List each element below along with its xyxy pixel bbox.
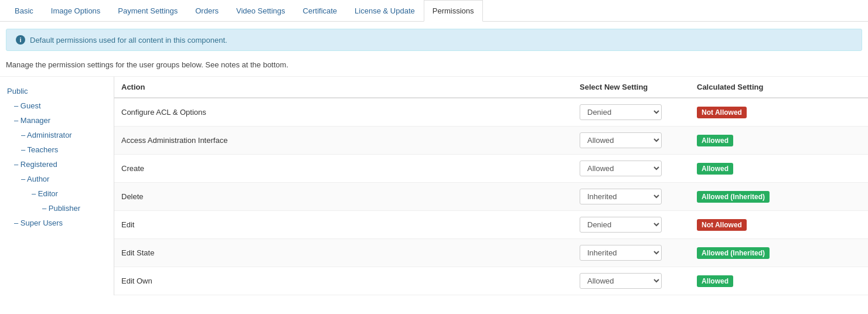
table-row: DeleteInheritedAllowedDeniedAllowed (Inh… (114, 183, 868, 211)
select-access-admin[interactable]: InheritedAllowedDenied (580, 132, 662, 148)
calculated-access-admin: Allowed (697, 135, 861, 146)
sidebar-item-editor[interactable]: – Editor (0, 186, 114, 201)
calculated-delete: Allowed (Inherited) (697, 191, 861, 203)
calculated-configure-acl: Not Allowed (697, 107, 861, 118)
table-row: Edit OwnInheritedAllowedDeniedAllowed (114, 267, 868, 295)
select-wrapper-edit-own: InheritedAllowedDenied (580, 273, 697, 289)
action-label-edit-state: Edit State (121, 248, 580, 257)
tab-image-options[interactable]: Image Options (42, 0, 110, 22)
sidebar: Public– Guest– Manager– Administrator– T… (0, 77, 114, 295)
info-icon: i (16, 35, 25, 45)
table-header: Action Select New Setting Calculated Set… (114, 77, 868, 98)
tab-orders[interactable]: Orders (186, 0, 227, 22)
header-select: Select New Setting (580, 83, 697, 91)
tab-permissions[interactable]: Permissions (424, 0, 483, 22)
tab-license-update[interactable]: License & Update (346, 0, 424, 22)
select-wrapper-configure-acl: InheritedAllowedDenied (580, 104, 697, 120)
select-edit-state[interactable]: InheritedAllowedDenied (580, 245, 662, 261)
calculated-edit-own: Allowed (697, 275, 861, 287)
tab-basic[interactable]: Basic (6, 0, 42, 22)
action-label-configure-acl: Configure ACL & Options (121, 108, 580, 117)
select-create[interactable]: InheritedAllowedDenied (580, 161, 662, 176)
content-area: Public– Guest– Manager– Administrator– T… (0, 76, 868, 295)
sidebar-item-guest[interactable]: – Guest (0, 98, 114, 113)
action-label-delete: Delete (121, 192, 580, 201)
table-row: EditInheritedAllowedDeniedNot Allowed (114, 211, 868, 239)
select-wrapper-create: InheritedAllowedDenied (580, 161, 697, 176)
badge-edit-state: Allowed (Inherited) (697, 247, 770, 259)
table-row: Configure ACL & OptionsInheritedAllowedD… (114, 98, 868, 127)
badge-access-admin: Allowed (697, 135, 733, 146)
calculated-create: Allowed (697, 163, 861, 175)
sidebar-item-public[interactable]: Public (0, 84, 114, 98)
select-wrapper-delete: InheritedAllowedDenied (580, 189, 697, 204)
badge-edit-own: Allowed (697, 275, 733, 287)
select-wrapper-access-admin: InheritedAllowedDenied (580, 132, 697, 148)
sidebar-item-teachers[interactable]: – Teachers (0, 142, 114, 157)
select-configure-acl[interactable]: InheritedAllowedDenied (580, 104, 662, 120)
tab-video-settings[interactable]: Video Settings (227, 0, 294, 22)
badge-configure-acl: Not Allowed (697, 107, 747, 118)
sidebar-item-registered[interactable]: – Registered (0, 157, 114, 172)
select-wrapper-edit: InheritedAllowedDenied (580, 217, 697, 233)
sidebar-item-author[interactable]: – Author (0, 172, 114, 186)
sidebar-item-manager[interactable]: – Manager (0, 113, 114, 128)
permissions-table: Action Select New Setting Calculated Set… (114, 77, 868, 295)
sidebar-item-publisher[interactable]: – Publisher (0, 201, 114, 216)
banner-text: Default permissions used for all content… (30, 36, 227, 45)
action-label-create: Create (121, 164, 580, 173)
action-label-edit-own: Edit Own (121, 277, 580, 285)
select-edit-own[interactable]: InheritedAllowedDenied (580, 273, 662, 289)
tab-certificate[interactable]: Certificate (294, 0, 346, 22)
action-label-edit: Edit (121, 220, 580, 229)
select-edit[interactable]: InheritedAllowedDenied (580, 217, 662, 233)
table-row: CreateInheritedAllowedDeniedAllowed (114, 155, 868, 183)
tabs-bar: BasicImage OptionsPayment SettingsOrders… (0, 0, 868, 22)
calculated-edit: Not Allowed (697, 219, 861, 231)
badge-edit: Not Allowed (697, 219, 747, 231)
calculated-edit-state: Allowed (Inherited) (697, 247, 861, 259)
select-delete[interactable]: InheritedAllowedDenied (580, 189, 662, 204)
tab-payment-settings[interactable]: Payment Settings (109, 0, 186, 22)
badge-delete: Allowed (Inherited) (697, 191, 770, 203)
select-wrapper-edit-state: InheritedAllowedDenied (580, 245, 697, 261)
main-description: Manage the permission settings for the u… (0, 58, 868, 76)
sidebar-item-administrator[interactable]: – Administrator (0, 128, 114, 142)
header-action: Action (121, 83, 580, 91)
badge-create: Allowed (697, 163, 733, 175)
table-row: Access Administration InterfaceInherited… (114, 127, 868, 155)
table-rows: Configure ACL & OptionsInheritedAllowedD… (114, 98, 868, 295)
sidebar-item-super-users[interactable]: – Super Users (0, 216, 114, 230)
table-row: Edit StateInheritedAllowedDeniedAllowed … (114, 239, 868, 267)
info-banner: i Default permissions used for all conte… (6, 29, 862, 51)
action-label-access-admin: Access Administration Interface (121, 136, 580, 145)
header-calculated: Calculated Setting (697, 83, 861, 91)
